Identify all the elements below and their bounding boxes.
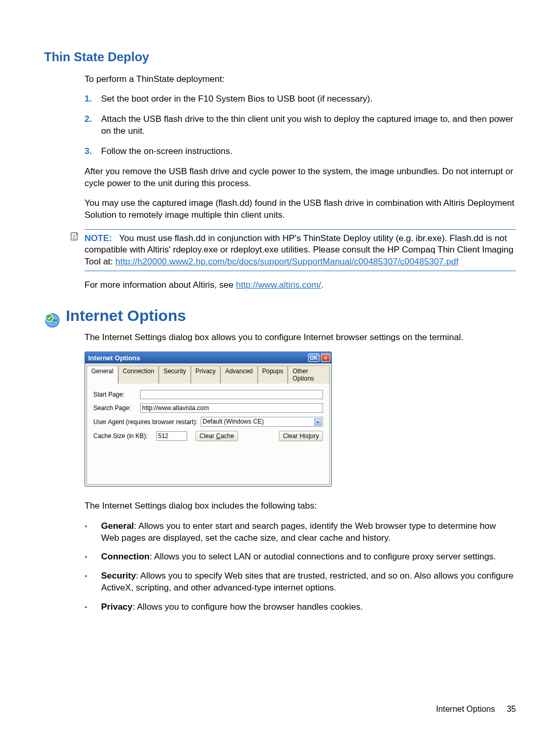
- p-after-1: After you remove the USB flash drive and…: [85, 166, 516, 189]
- step-1-text: Set the boot order in the F10 System Bio…: [101, 93, 372, 105]
- step-3: 3. Follow the on-screen instructions.: [85, 146, 516, 158]
- svg-point-5: [46, 314, 53, 321]
- dialog-tab-row: General Connection Security Privacy Adva…: [85, 363, 331, 383]
- step-1-number: 1.: [85, 93, 101, 105]
- label-cache-size: Cache Size (in KB):: [93, 432, 148, 440]
- desc-general: General: Allows you to enter start and s…: [85, 521, 516, 544]
- p-internet-intro: The Internet Settings dialog box allows …: [85, 332, 516, 343]
- step-2: 2. Attach the USB flash drive to the thi…: [85, 114, 516, 137]
- footer-page-number: 35: [507, 705, 516, 713]
- tab-general[interactable]: General: [87, 366, 118, 384]
- input-search-page[interactable]: [140, 403, 323, 413]
- dialog-ok-button[interactable]: OK: [308, 354, 319, 362]
- dialog-title: Internet Options: [88, 354, 140, 362]
- note-block: NOTE: You must use flash.dd in conjuncti…: [85, 229, 516, 271]
- label-start-page: Start Page:: [93, 391, 140, 398]
- tabs-description-list: General: Allows you to enter start and s…: [85, 521, 516, 614]
- altiris-link[interactable]: http://www.altiris.com/: [236, 280, 321, 290]
- select-user-agent[interactable]: Default (Windows CE): [201, 417, 323, 427]
- steps-list: 1. Set the boot order in the F10 System …: [85, 93, 516, 158]
- clear-cache-button[interactable]: Clear Cache: [195, 431, 239, 441]
- note-icon: [70, 232, 79, 243]
- desc-security: Security: Allows you to specify Web site…: [85, 570, 516, 594]
- tab-privacy[interactable]: Privacy: [191, 366, 220, 384]
- desc-privacy: Privacy: Allows you to configure how the…: [85, 601, 516, 613]
- note-label: NOTE:: [85, 233, 112, 243]
- heading-internet-options: Internet Options: [66, 307, 186, 325]
- step-1: 1. Set the boot order in the F10 System …: [85, 93, 516, 105]
- tab-connection[interactable]: Connection: [118, 366, 159, 384]
- p-tabs-intro: The Internet Settings dialog box include…: [85, 500, 516, 512]
- tab-security[interactable]: Security: [159, 366, 190, 384]
- p-altiris-pre: For more information about Altiris, see: [85, 280, 236, 290]
- input-cache-size[interactable]: [156, 431, 187, 441]
- label-search-page: Search Page:: [93, 404, 140, 412]
- tab-popups[interactable]: Popups: [258, 366, 288, 384]
- p-altiris-post: .: [321, 280, 324, 290]
- step-2-number: 2.: [85, 114, 101, 137]
- desc-connection: Connection: Allows you to select LAN or …: [85, 551, 516, 563]
- heading-thin-state-deploy: Thin State Deploy: [44, 50, 516, 64]
- tab-other-options[interactable]: Other Options: [288, 366, 330, 384]
- footer-section-label: Internet Options: [436, 705, 495, 713]
- internet-options-dialog: Internet Options OK × General Connection…: [85, 352, 332, 487]
- clear-history-button[interactable]: Clear History: [279, 431, 323, 441]
- tab-advanced[interactable]: Advanced: [220, 366, 257, 384]
- p-thinstate-intro: To perform a ThinState deployment:: [85, 74, 516, 85]
- page-footer: Internet Options 35: [436, 705, 516, 714]
- label-user-agent: User Agent (requires browser restart):: [93, 418, 198, 426]
- dialog-close-button[interactable]: ×: [321, 354, 330, 362]
- step-3-number: 3.: [85, 146, 101, 158]
- note-link[interactable]: http://h20000.www2.hp.com/bc/docs/suppor…: [116, 257, 459, 266]
- step-3-text: Follow the on-screen instructions.: [101, 146, 232, 158]
- dialog-tab-body: Start Page: Search Page: User Agent (req…: [87, 383, 330, 485]
- p-after-2: You may use the captured image (flash.dd…: [85, 198, 516, 221]
- globe-checkmark-icon: [44, 312, 61, 329]
- step-2-text: Attach the USB flash drive to the thin c…: [101, 114, 516, 137]
- input-start-page[interactable]: [140, 390, 323, 399]
